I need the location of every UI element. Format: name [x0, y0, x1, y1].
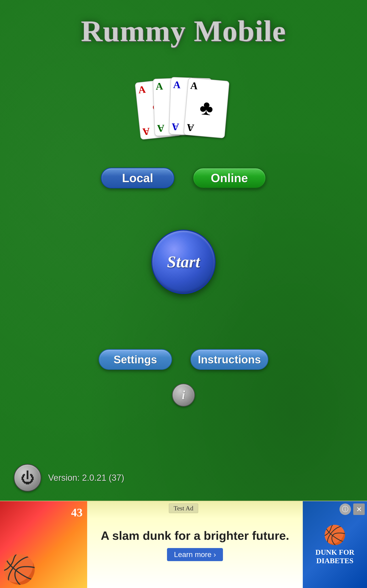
settings-button[interactable]: Settings	[99, 349, 172, 370]
ad-headline: A slam dunk for a brighter future.	[92, 528, 298, 544]
online-button[interactable]: Online	[193, 168, 266, 188]
card-suit-large: ♣	[188, 96, 225, 120]
ad-learn-more-link[interactable]: Learn more ›	[167, 548, 223, 561]
settings-row: Settings Instructions	[0, 349, 367, 370]
card-clubs: A ♣ A	[183, 78, 229, 138]
card-rank-top: A	[190, 81, 226, 94]
info-section: i	[0, 384, 367, 406]
app-title: Rummy Mobile	[0, 0, 367, 48]
local-button[interactable]: Local	[101, 168, 174, 188]
ad-logo-icon: 🏀	[323, 524, 346, 546]
start-button[interactable]: Start	[151, 230, 216, 294]
start-section: Start	[0, 230, 367, 294]
cards-illustration: A ♥ A A ♦ A A ♦ A A ♣ A	[0, 76, 367, 145]
ad-banner: Test Ad A slam dunk for a brighter futur…	[0, 501, 367, 588]
bottom-section: ⏻ Version: 2.0.21 (37)	[0, 464, 124, 492]
power-button[interactable]: ⏻	[14, 464, 41, 492]
mode-buttons-row: Local Online	[0, 168, 367, 188]
ad-logo-text: DUNK FORDIABETES	[315, 548, 354, 565]
ad-text-section: A slam dunk for a brighter future. Learn…	[87, 523, 303, 566]
ad-info-icon[interactable]: ⓘ	[340, 503, 351, 515]
ad-image	[0, 501, 87, 588]
cards-container: A ♥ A A ♦ A A ♦ A A ♣ A	[138, 76, 229, 145]
ad-test-label: Test Ad	[169, 503, 198, 513]
ad-close-button[interactable]: ✕	[353, 503, 365, 515]
instructions-button[interactable]: Instructions	[190, 349, 268, 370]
info-button[interactable]: i	[172, 384, 195, 406]
version-text: Version: 2.0.21 (37)	[48, 473, 124, 483]
card-rank-bottom: A	[186, 122, 223, 135]
